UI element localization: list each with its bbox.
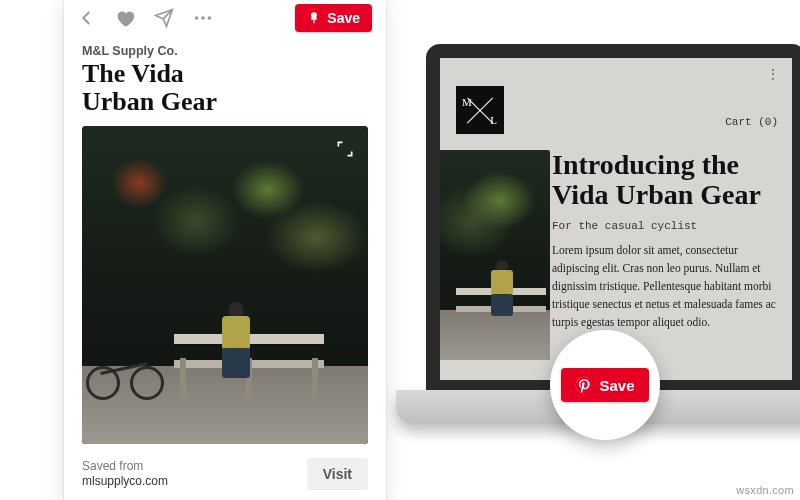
watermark: wsxdn.com	[736, 484, 794, 496]
website-hero-image	[438, 150, 550, 360]
browser-save-label: Save	[599, 377, 634, 394]
browser-menu-icon[interactable]: ⋮	[766, 66, 782, 82]
svg-point-0	[195, 16, 199, 20]
pin-image[interactable]	[82, 126, 368, 444]
pin-source: M&L Supply Co.	[82, 44, 368, 58]
saved-from-domain[interactable]: mlsupplyco.com	[82, 474, 168, 490]
website-headline: Introducing the Vida Urban Gear	[552, 150, 782, 210]
save-button[interactable]: Save	[295, 4, 372, 32]
website-copy: Introducing the Vida Urban Gear For the …	[552, 150, 782, 332]
pin-card: Save M&L Supply Co. The Vida Urban Gear …	[64, 0, 386, 500]
pin-title: The Vida Urban Gear	[82, 60, 368, 116]
pin-topbar-icons	[78, 7, 214, 29]
browser-save-button[interactable]: Save	[561, 368, 648, 402]
pin-footer: Saved from mlsupplyco.com Visit	[64, 444, 386, 490]
pin-meta: M&L Supply Co. The Vida Urban Gear	[64, 38, 386, 126]
saved-from: Saved from mlsupplyco.com	[82, 459, 168, 490]
brand-letter-m: M	[462, 96, 473, 108]
save-button-label: Save	[327, 10, 360, 26]
heart-icon[interactable]	[114, 7, 136, 29]
svg-point-2	[208, 16, 212, 20]
pin-icon	[307, 11, 321, 25]
send-icon[interactable]	[154, 8, 174, 28]
brand-logo[interactable]: M L	[456, 86, 504, 134]
svg-point-1	[201, 16, 205, 20]
pin-title-line1: The Vida	[82, 59, 184, 88]
saved-from-label: Saved from	[82, 459, 143, 473]
website-subhead: For the casual cyclist	[552, 220, 782, 232]
expand-icon[interactable]	[332, 136, 358, 162]
brand-letter-l: L	[490, 114, 498, 126]
visit-button[interactable]: Visit	[307, 458, 368, 490]
stage: Save M&L Supply Co. The Vida Urban Gear …	[0, 0, 800, 500]
more-icon[interactable]	[192, 7, 214, 29]
pin-title-line2: Urban Gear	[82, 87, 217, 116]
pinterest-icon	[575, 376, 593, 394]
back-icon[interactable]	[78, 9, 96, 27]
website-body: Lorem ipsum dolor sit amet, consectetur …	[552, 242, 782, 331]
save-callout: Save	[550, 330, 660, 440]
pin-topbar: Save	[64, 0, 386, 38]
cart-link[interactable]: Cart (0)	[725, 116, 778, 128]
